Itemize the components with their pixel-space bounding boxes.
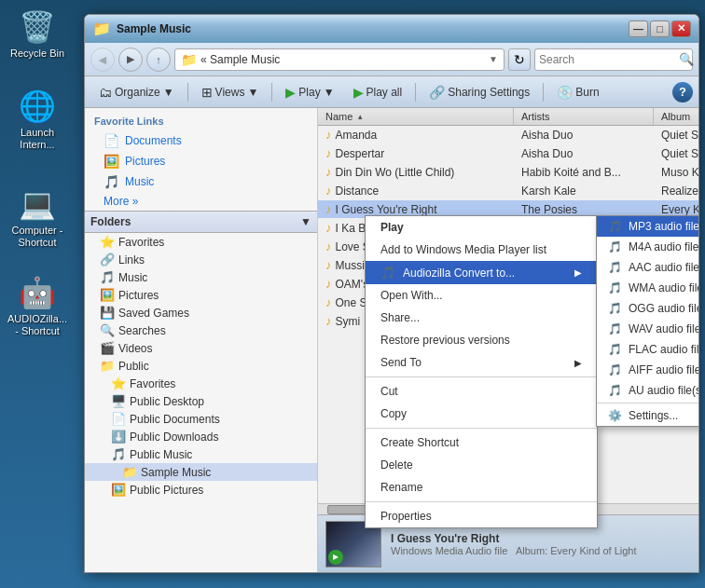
search-icon[interactable]: 🔍: [679, 52, 694, 66]
up-button[interactable]: ↑: [146, 48, 171, 72]
favorites-folder-icon: ⭐: [100, 235, 115, 249]
help-button[interactable]: ?: [672, 82, 693, 103]
ctx-properties[interactable]: Properties: [366, 505, 597, 527]
table-row[interactable]: ♪ Despertar Aisha Duo Quiet Songs: [318, 144, 698, 163]
sidebar-folder-saved-games[interactable]: 💾 Saved Games: [85, 304, 317, 321]
ctx-play[interactable]: Play: [366, 216, 597, 239]
sub-ogg[interactable]: 🎵 OGG audio file(s): [597, 298, 699, 319]
sidebar-folder-sample-music[interactable]: 📁 Sample Music: [85, 463, 317, 481]
back-button[interactable]: ◄: [90, 48, 115, 72]
sidebar-folder-public-pictures[interactable]: 🖼️ Public Pictures: [85, 481, 317, 499]
ctx-delete[interactable]: Delete: [366, 454, 597, 476]
ctx-create-shortcut[interactable]: Create Shortcut: [366, 431, 597, 454]
sub-ogg-icon: 🎵: [608, 302, 621, 315]
saved-games-icon: 💾: [100, 306, 115, 320]
status-info: I Guess You're Right Windows Media Audio…: [391, 532, 691, 556]
refresh-button[interactable]: ↻: [508, 48, 531, 71]
table-row[interactable]: ♪ Distance Karsh Kale Realize: [318, 182, 698, 200]
recycle-bin-icon[interactable]: 🗑️ Recycle Bin: [5, 5, 70, 63]
sub-settings-label: Settings...: [629, 409, 678, 422]
address-bar[interactable]: 📁 « Sample Music ▼: [174, 48, 505, 71]
sidebar-folder-public-favorites[interactable]: ⭐ Favorites: [85, 375, 317, 392]
ctx-cut[interactable]: Cut: [366, 380, 597, 403]
more-label: More »: [104, 195, 138, 208]
ctx-share[interactable]: Share...: [366, 307, 597, 329]
audiozilla-label: AUDIOZilla...- Shortcut: [7, 313, 67, 337]
sub-aac[interactable]: 🎵 AAC audio file(s): [597, 257, 699, 278]
sub-flac[interactable]: 🎵 FLAC audio file(s): [597, 339, 699, 360]
playall-label: Play all: [366, 86, 403, 99]
sidebar-item-more[interactable]: More »: [85, 192, 317, 211]
sub-settings[interactable]: ⚙️ Settings...: [597, 405, 699, 426]
sidebar-item-pictures[interactable]: 🖼️ Pictures: [85, 151, 317, 171]
sidebar-folder-links[interactable]: 🔗 Links: [85, 251, 317, 268]
toolbar: 🗂 Organize ▼ ⊞ Views ▼ ▶ Play ▼ ▶ Play a…: [85, 76, 698, 108]
ctx-add-wmp[interactable]: Add to Windows Media Player list: [366, 239, 597, 261]
sidebar-folder-favorites[interactable]: ⭐ Favorites: [85, 233, 317, 251]
organize-button[interactable]: 🗂 Organize ▼: [90, 80, 183, 104]
search-box[interactable]: 🔍: [534, 48, 693, 71]
ctx-open-with[interactable]: Open With...: [366, 284, 597, 307]
sample-music-icon: 📁: [122, 465, 137, 479]
sidebar-item-documents[interactable]: 📄 Documents: [85, 130, 317, 151]
sidebar-folder-public-downloads[interactable]: ⬇️ Public Downloads: [85, 428, 317, 445]
audiozilla-icon[interactable]: 🤖 AUDIOZilla...- Shortcut: [5, 270, 70, 341]
pub-downloads-icon: ⬇️: [111, 430, 126, 444]
sidebar-folder-searches[interactable]: 🔍 Searches: [85, 321, 317, 339]
sub-flac-label: FLAC audio file(s): [629, 343, 699, 356]
sub-au[interactable]: 🎵 AU audio file(s): [597, 380, 699, 401]
ctx-delete-label: Delete: [380, 458, 413, 472]
sub-wma[interactable]: 🎵 WMA audio file(s): [597, 278, 699, 298]
minimize-button[interactable]: —: [629, 21, 648, 37]
table-row[interactable]: ♪ Din Din Wo (Little Child) Habib Koité …: [318, 163, 698, 182]
sub-wav[interactable]: 🎵 WAV audio file(s): [597, 319, 699, 339]
ctx-send-to[interactable]: Send To ▶: [366, 351, 597, 374]
folders-header[interactable]: Folders ▼: [85, 211, 317, 233]
play-button[interactable]: ▶ Play ▼: [277, 80, 342, 104]
sidebar-item-music[interactable]: 🎵 Music: [85, 171, 317, 192]
ctx-open-with-label: Open With...: [380, 289, 443, 302]
ctx-restore-versions[interactable]: Restore previous versions: [366, 329, 597, 351]
music-file-icon: ♪: [325, 165, 332, 179]
ctx-audiozilla[interactable]: 🎵 Audiozilla Convert to... ▶: [366, 261, 597, 284]
table-row[interactable]: ♪ Amanda Aisha Duo Quiet Songs: [318, 126, 698, 144]
burn-button[interactable]: 💿 Burn: [548, 80, 607, 104]
status-play-button[interactable]: ▶: [328, 550, 343, 565]
ctx-copy[interactable]: Copy: [366, 403, 597, 425]
sidebar-folder-music[interactable]: 🎵 Music: [85, 268, 317, 286]
ctx-rename[interactable]: Rename: [366, 476, 597, 499]
sidebar-folder-public[interactable]: 📁 Public: [85, 357, 317, 375]
sidebar-folder-public-desktop[interactable]: 🖥️ Public Desktop: [85, 392, 317, 410]
title-bar-left: 📁 Sample Music: [92, 20, 191, 37]
close-button[interactable]: ✕: [671, 21, 691, 37]
file-album-cell: Muso Ko: [654, 164, 698, 181]
search-input[interactable]: [539, 53, 679, 66]
sidebar-folder-pictures[interactable]: 🖼️ Pictures: [85, 286, 317, 304]
col-header-album[interactable]: Album: [654, 108, 698, 125]
sidebar-folder-videos[interactable]: 🎬 Videos: [85, 339, 317, 357]
views-label: Views: [215, 86, 245, 99]
sidebar-folder-public-music[interactable]: 🎵 Public Music: [85, 445, 317, 463]
forward-button[interactable]: ▶: [118, 48, 143, 72]
folders-title: Folders: [90, 215, 131, 228]
maximize-button[interactable]: □: [650, 21, 670, 37]
ie-icon[interactable]: 🌐 Launch Intern...: [5, 84, 70, 155]
computer-label: Computer -Shortcut: [11, 225, 62, 249]
playall-button[interactable]: ▶ Play all: [345, 80, 411, 104]
col-header-name[interactable]: Name ▲: [318, 108, 514, 125]
computer-shortcut-icon[interactable]: 💻 Computer -Shortcut: [5, 182, 70, 253]
address-text: « Sample Music: [200, 53, 485, 66]
audiozilla-image: 🤖: [19, 274, 56, 311]
sub-m4a[interactable]: 🎵 M4A audio file(s): [597, 237, 699, 257]
sub-aiff[interactable]: 🎵 AIFF audio file(s): [597, 360, 699, 380]
col-header-artists[interactable]: Artists: [514, 108, 654, 125]
sidebar-folder-public-documents[interactable]: 📄 Public Documents: [85, 410, 317, 428]
sub-mp3[interactable]: 🎵 MP3 audio file(s): [597, 216, 699, 237]
music-folder-icon: 🎵: [100, 270, 115, 284]
sharing-button[interactable]: 🔗 Sharing Settings: [421, 80, 538, 104]
ctx-sep-2: [366, 428, 597, 429]
address-dropdown-arrow[interactable]: ▼: [489, 54, 498, 64]
views-button[interactable]: ⊞ Views ▼: [193, 80, 268, 104]
sample-music-label: Sample Music: [141, 466, 211, 479]
public-folder-icon: 📁: [100, 359, 115, 373]
